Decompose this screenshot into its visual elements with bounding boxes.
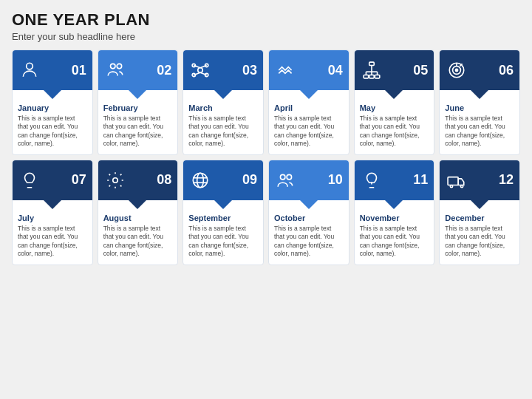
svg-point-0 xyxy=(27,63,33,69)
svg-point-27 xyxy=(194,173,208,188)
card-header: 05 xyxy=(355,50,434,90)
svg-point-31 xyxy=(280,174,285,180)
card-number: 06 xyxy=(499,63,514,78)
card-number: 09 xyxy=(242,172,257,188)
month-name: November xyxy=(360,214,429,222)
month-name: January xyxy=(18,103,87,112)
month-name: September xyxy=(188,214,258,222)
card-month-january: 01 January This is a sample text that yo… xyxy=(12,50,93,155)
month-grid: 01 January This is a sample text that yo… xyxy=(12,50,520,265)
svg-rect-13 xyxy=(364,75,369,78)
card-header: 01 xyxy=(13,50,92,90)
people-icon xyxy=(275,169,297,191)
card-banner xyxy=(471,90,488,99)
page: ONE YEAR PLAN Enter your sub headline he… xyxy=(0,0,532,399)
card-month-may: 05 May This is a sample text that you ca… xyxy=(354,50,435,155)
month-name: May xyxy=(360,103,429,112)
card-number: 10 xyxy=(328,172,343,188)
month-name: July xyxy=(18,214,87,222)
card-month-december: 12 December This is a sample text that y… xyxy=(439,160,520,265)
month-name: April xyxy=(274,103,344,112)
card-banner xyxy=(300,90,318,99)
month-desc: This is a sample text that you can edit.… xyxy=(360,225,429,259)
card-month-november: 11 November This is a sample text that y… xyxy=(354,160,435,265)
month-desc: This is a sample text that you can edit.… xyxy=(445,115,514,149)
svg-point-3 xyxy=(198,68,203,73)
month-name: June xyxy=(445,103,514,112)
svg-point-23 xyxy=(456,69,458,71)
card-number: 07 xyxy=(72,172,86,188)
card-banner xyxy=(214,90,232,99)
card-month-august: 08 August This is a sample text that you… xyxy=(98,160,179,265)
month-desc: This is a sample text that you can edit.… xyxy=(18,115,87,149)
card-number: 12 xyxy=(499,172,514,188)
card-header: 11 xyxy=(355,160,434,200)
card-header: 08 xyxy=(98,160,178,200)
month-name: August xyxy=(103,214,173,222)
month-name: February xyxy=(103,103,173,112)
month-desc: This is a sample text that you can edit.… xyxy=(103,225,173,259)
team-icon xyxy=(104,59,126,81)
bulb2-icon xyxy=(361,169,383,191)
month-desc: This is a sample text that you can edit.… xyxy=(103,115,173,149)
month-name: December xyxy=(445,214,514,222)
card-banner xyxy=(300,200,318,209)
svg-point-35 xyxy=(451,185,453,187)
month-desc: This is a sample text that you can edit.… xyxy=(274,225,344,259)
network-icon xyxy=(189,59,211,81)
month-name: October xyxy=(274,214,344,222)
card-banner xyxy=(44,90,61,99)
card-header: 04 xyxy=(269,50,349,90)
svg-point-28 xyxy=(197,173,204,188)
card-header: 06 xyxy=(440,50,519,90)
card-month-march: 03 March This is a sample text that you … xyxy=(183,50,264,155)
hierarchy-icon xyxy=(361,59,383,81)
svg-point-1 xyxy=(110,64,115,69)
truck-icon xyxy=(446,169,468,191)
card-banner xyxy=(129,200,146,209)
card-header: 07 xyxy=(13,160,92,200)
card-banner xyxy=(44,200,61,209)
card-banner xyxy=(129,90,146,99)
card-number: 04 xyxy=(328,63,343,78)
card-header: 02 xyxy=(98,50,178,90)
main-title: ONE YEAR PLAN xyxy=(12,10,520,30)
svg-point-32 xyxy=(287,174,292,180)
card-month-october: 10 October This is a sample text that yo… xyxy=(268,160,349,265)
card-number: 02 xyxy=(157,63,171,78)
card-month-july: 07 July This is a sample text that you c… xyxy=(12,160,93,265)
card-banner xyxy=(214,200,232,209)
card-number: 03 xyxy=(242,63,257,78)
month-desc: This is a sample text that you can edit.… xyxy=(445,225,514,259)
card-header: 12 xyxy=(440,160,519,200)
card-header: 10 xyxy=(269,160,349,200)
card-banner xyxy=(385,200,403,209)
card-banner xyxy=(471,200,488,209)
sub-headline: Enter your sub headline here xyxy=(12,31,520,42)
bulb-icon xyxy=(18,169,41,191)
card-header: 09 xyxy=(183,160,263,200)
svg-rect-14 xyxy=(369,75,374,78)
svg-point-2 xyxy=(117,64,122,69)
card-banner xyxy=(385,90,403,99)
svg-rect-12 xyxy=(369,62,374,65)
card-month-september: 09 September This is a sample text that … xyxy=(183,160,264,265)
person-icon xyxy=(18,59,41,81)
svg-rect-34 xyxy=(448,177,458,185)
svg-rect-15 xyxy=(375,75,379,78)
card-number: 05 xyxy=(413,63,428,78)
globe-icon xyxy=(189,169,211,191)
card-month-june: 06 June This is a sample text that you c… xyxy=(439,50,520,155)
month-desc: This is a sample text that you can edit.… xyxy=(188,115,258,149)
month-desc: This is a sample text that you can edit.… xyxy=(18,225,87,259)
card-month-april: 04 April This is a sample text that you … xyxy=(268,50,349,155)
svg-point-26 xyxy=(112,178,117,183)
handshake-icon xyxy=(275,59,297,81)
card-number: 08 xyxy=(157,172,171,188)
card-month-february: 02 February This is a sample text that y… xyxy=(98,50,179,155)
month-desc: This is a sample text that you can edit.… xyxy=(188,225,258,259)
card-header: 03 xyxy=(183,50,263,90)
svg-point-36 xyxy=(461,185,463,187)
card-number: 11 xyxy=(413,172,428,188)
month-desc: This is a sample text that you can edit.… xyxy=(360,115,429,149)
